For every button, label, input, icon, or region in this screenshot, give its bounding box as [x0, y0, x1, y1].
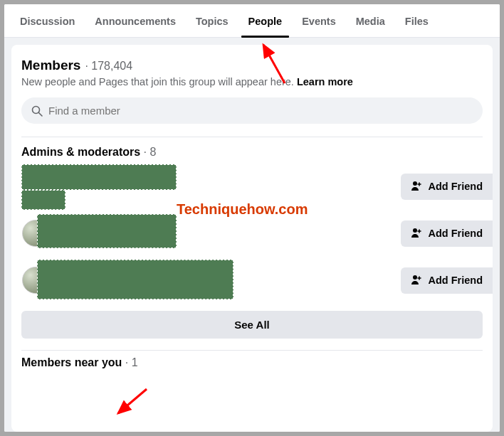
search-input[interactable]	[48, 105, 473, 117]
add-friend-label: Add Friend	[428, 228, 483, 239]
redacted-block	[37, 260, 233, 299]
svg-point-4	[413, 181, 417, 186]
add-friend-label: Add Friend	[428, 275, 483, 286]
members-subtext: New people and Pages that join this grou…	[21, 76, 483, 87]
tab-announcements[interactable]: Announcements	[85, 4, 186, 37]
svg-point-6	[413, 275, 417, 280]
tab-discussion[interactable]: Discussion	[10, 4, 85, 37]
svg-line-3	[39, 112, 43, 116]
annotation-arrow-bottom	[104, 386, 154, 422]
redacted-block	[21, 164, 177, 190]
tab-people[interactable]: People	[238, 4, 293, 37]
tab-events[interactable]: Events	[292, 4, 346, 37]
redacted-block	[21, 190, 65, 210]
svg-point-5	[413, 228, 417, 233]
svg-line-1	[118, 389, 147, 413]
group-tabs: Discussion Announcements Topics People E…	[4, 4, 500, 38]
member-row: Add Friend	[21, 210, 483, 257]
find-member-search[interactable]	[21, 97, 483, 124]
add-friend-button[interactable]: Add Friend	[401, 174, 493, 200]
people-card: Techniquehow.com Members · 178,404 New p…	[11, 45, 493, 432]
members-count: · 178,404	[85, 60, 132, 73]
tab-topics[interactable]: Topics	[186, 4, 238, 37]
add-friend-label: Add Friend	[428, 181, 483, 192]
tab-media[interactable]: Media	[346, 4, 395, 37]
add-friend-button[interactable]: Add Friend	[401, 220, 493, 247]
redacted-block	[37, 214, 177, 248]
member-row: Add Friend	[21, 163, 483, 210]
members-title: Members	[21, 58, 80, 73]
add-friend-button[interactable]: Add Friend	[401, 267, 493, 294]
divider	[21, 350, 483, 351]
admins-title: Admins & moderators · 8	[21, 146, 483, 159]
divider	[21, 137, 483, 137]
add-friend-icon	[411, 180, 422, 193]
member-row: Add Friend	[21, 257, 483, 304]
search-icon	[31, 105, 43, 117]
members-near-you-title: Members near you · 1	[21, 356, 483, 369]
learn-more-link[interactable]: Learn more	[297, 76, 353, 87]
add-friend-icon	[411, 274, 422, 287]
see-all-button[interactable]: See All	[21, 311, 483, 339]
tab-files[interactable]: Files	[395, 4, 439, 37]
add-friend-icon	[411, 227, 422, 240]
